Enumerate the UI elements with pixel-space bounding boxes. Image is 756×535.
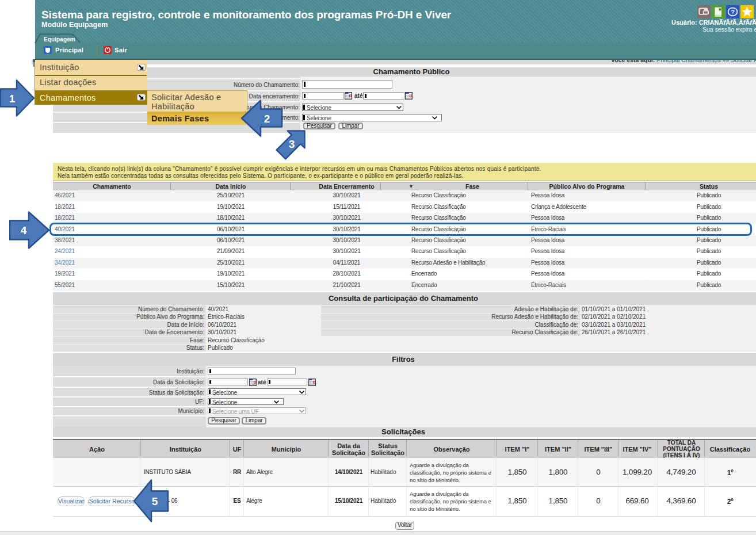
svg-text:5: 5	[152, 495, 158, 507]
svg-text:3: 3	[289, 138, 295, 150]
svg-text:1: 1	[9, 93, 16, 105]
svg-text:?: ?	[731, 9, 735, 16]
svg-text:4: 4	[21, 224, 27, 236]
svg-text:2: 2	[264, 113, 270, 125]
